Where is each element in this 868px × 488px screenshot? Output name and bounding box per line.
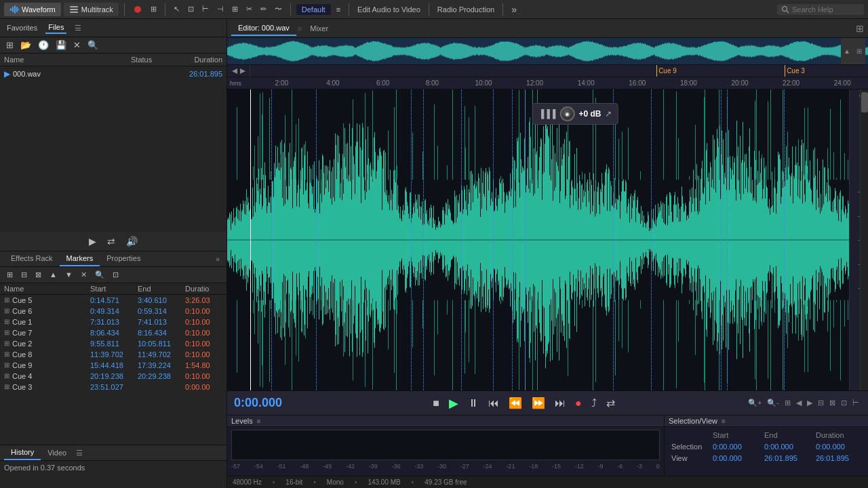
- db-scale-m48: -48: [300, 463, 309, 470]
- toolbar-btn-tools[interactable]: ⊞: [148, 3, 159, 15]
- zoom-full-in-btn[interactable]: ⊠: [827, 398, 837, 408]
- marker-end-cue6: 0:59.314: [138, 307, 185, 315]
- toolbar-btn-pencil[interactable]: ✏: [258, 3, 269, 15]
- tab-waveform[interactable]: Waveform: [4, 3, 61, 16]
- marker-down-btn[interactable]: ▼: [62, 269, 75, 280]
- left-panel-tabs: Favorites Files ☰: [0, 19, 226, 37]
- toolbar-btn-marquee[interactable]: ⊞: [229, 3, 241, 15]
- panel-expand-btn[interactable]: »: [213, 252, 222, 266]
- marker-row-cue9[interactable]: ⊞Cue 9 15:44.418 17:39.224 1:54.80: [0, 360, 226, 371]
- ctrl-prev-btn[interactable]: ⏮: [486, 396, 502, 411]
- marker-row-cue7[interactable]: ⊞Cue 7 8:06.434 8:16.434 0:10.00: [0, 327, 226, 338]
- marker-row-cue4[interactable]: ⊞Cue 4 20:19.238 20:29.238 0:10.00: [0, 371, 226, 382]
- volume-expand-btn[interactable]: ↗: [605, 109, 612, 119]
- profile-selector[interactable]: Default: [296, 4, 331, 15]
- toolbar-btn-time[interactable]: ⊣: [214, 3, 226, 15]
- tab-editor-000wav[interactable]: Editor: 000.wav: [231, 21, 296, 36]
- tab-files[interactable]: Files: [45, 22, 66, 34]
- file-item-000wav[interactable]: ▶ 000.wav 26:01.895: [0, 68, 226, 80]
- tab-mixer[interactable]: Mixer: [303, 22, 335, 35]
- sg-sel-duration: 0:00.000: [813, 441, 864, 452]
- files-menu-btn[interactable]: ☰: [75, 24, 81, 33]
- profile-settings-btn[interactable]: ≡: [334, 4, 343, 15]
- more-workspaces-btn[interactable]: »: [509, 3, 519, 16]
- tab-multitrack[interactable]: Multitrack: [64, 3, 119, 16]
- levels-menu-btn[interactable]: ≡: [257, 418, 261, 425]
- workspace-selector[interactable]: Edit Audio to Video: [355, 4, 423, 15]
- tab-properties[interactable]: Properties: [100, 251, 147, 266]
- editor-settings-btn[interactable]: ⊞: [856, 23, 864, 34]
- marker-up-btn[interactable]: ▲: [47, 269, 60, 280]
- zoom-fit-btn[interactable]: ⊞: [783, 398, 793, 408]
- search-input[interactable]: [792, 5, 860, 14]
- workspace-radio[interactable]: Radio Production: [435, 4, 497, 15]
- marker-row-cue1[interactable]: ⊞Cue 1 7:31.013 7:41.013 0:10.00: [0, 317, 226, 327]
- ctrl-stop-btn[interactable]: ■: [430, 396, 442, 411]
- waveform-scrollbar[interactable]: [860, 89, 868, 390]
- ctrl-record-btn[interactable]: ●: [572, 396, 585, 411]
- ctrl-loop-btn[interactable]: ⇄: [604, 395, 618, 411]
- marker-delete-btn[interactable]: ✕: [78, 269, 90, 281]
- zoom-extra-btn[interactable]: ⊢: [850, 398, 861, 408]
- pb-loop-btn[interactable]: ⇄: [104, 235, 118, 248]
- scrollbar-thumb[interactable]: [861, 92, 868, 113]
- ctrl-pause-btn[interactable]: ⏸: [465, 396, 481, 411]
- marker-row-cue6[interactable]: ⊞Cue 6 0:49.314 0:59.314 0:10.00: [0, 306, 226, 317]
- file-new-btn[interactable]: ⊞: [4, 39, 16, 51]
- cue-marker-3: Cue 3: [785, 65, 805, 77]
- marker-row-cue3[interactable]: ⊞Cue 3 23:51.027 0:00.00: [0, 382, 226, 392]
- history-video-tabs: History Video ☰: [0, 445, 226, 461]
- marker-merge-btn[interactable]: ⊠: [33, 269, 44, 281]
- waveform-overview: ▲ ⊞: [227, 38, 868, 65]
- pb-play-btn[interactable]: ▶: [86, 235, 99, 248]
- toolbar-btn-smooth[interactable]: 〜: [272, 3, 285, 16]
- overview-scroll-up[interactable]: ▲: [841, 38, 853, 64]
- zoom-scroll-right-btn[interactable]: ▶: [805, 398, 814, 408]
- zoom-sel-btn[interactable]: ⊡: [839, 398, 849, 408]
- history-menu-btn[interactable]: ☰: [76, 449, 83, 458]
- cue-line-9: [613, 89, 614, 390]
- marker-row-cue2[interactable]: ⊞Cue 2 9:55.811 10:05.811 0:10.00: [0, 338, 226, 349]
- marker-grid-btn[interactable]: ⊟: [18, 269, 30, 281]
- overview-nav-btn[interactable]: ⊞: [853, 38, 865, 64]
- volume-knob[interactable]: ◉: [559, 106, 574, 121]
- svg-marker-11: [232, 68, 237, 74]
- cue-line-1: [271, 89, 272, 390]
- file-list: ▶ 000.wav 26:01.895: [0, 66, 226, 81]
- ctrl-export-btn[interactable]: ⤴: [589, 396, 599, 411]
- toolbar-separator-1: [124, 3, 125, 16]
- zoom-out-btn[interactable]: 🔍-: [765, 398, 781, 408]
- marker-search-btn[interactable]: 🔍: [92, 269, 107, 281]
- marker-add-btn[interactable]: ⊞: [4, 269, 16, 281]
- toolbar-btn-trim[interactable]: ⊢: [199, 3, 212, 15]
- waveform-main[interactable]: dB -3 -6 -9 -12 -18 -24 -18 -12 -9 -6 -3…: [227, 89, 868, 390]
- tab-favorites[interactable]: Favorites: [4, 22, 40, 33]
- marker-row-cue8[interactable]: ⊞Cue 8 11:39.702 11:49.702 0:10.00: [0, 349, 226, 360]
- zoom-in-btn[interactable]: 🔍+: [746, 398, 764, 408]
- ctrl-play-btn[interactable]: ▶: [446, 394, 461, 412]
- tab-markers[interactable]: Markers: [60, 251, 100, 266]
- file-save-btn[interactable]: 💾: [54, 39, 68, 51]
- tab-effects-rack[interactable]: Effects Rack: [4, 251, 60, 266]
- file-search-btn[interactable]: 🔍: [85, 39, 100, 51]
- pb-volume-btn[interactable]: 🔊: [123, 235, 140, 248]
- zoom-scroll-left-btn[interactable]: ◀: [794, 398, 804, 408]
- file-open-btn[interactable]: 📂: [18, 39, 33, 51]
- marker-menu-btn[interactable]: ⊡: [110, 269, 121, 281]
- tab-video[interactable]: Video: [41, 446, 73, 460]
- zoom-full-out-btn[interactable]: ⊟: [816, 398, 826, 408]
- toolbar-btn-select[interactable]: ⊡: [185, 3, 197, 15]
- toolbar-btn-razor[interactable]: ✂: [243, 3, 255, 15]
- toolbar-btn-cursor[interactable]: ↖: [171, 3, 182, 15]
- ctrl-rwd-btn[interactable]: ⏪: [506, 395, 525, 411]
- selection-menu-btn[interactable]: ≡: [722, 418, 726, 425]
- file-close-btn[interactable]: ✕: [71, 39, 83, 51]
- tab-history[interactable]: History: [4, 445, 41, 460]
- ctrl-fwd-btn[interactable]: ⏩: [529, 395, 548, 411]
- file-recent-btn[interactable]: 🕐: [36, 39, 51, 51]
- ruler-label-800: 8:00: [426, 79, 439, 87]
- ctrl-next-btn[interactable]: ⏭: [552, 396, 568, 411]
- toolbar-btn-red[interactable]: [130, 3, 145, 16]
- marker-row-cue5[interactable]: ⊞Cue 5 0:14.571 3:40.610 3:26.03: [0, 295, 226, 306]
- svg-rect-4: [18, 8, 19, 11]
